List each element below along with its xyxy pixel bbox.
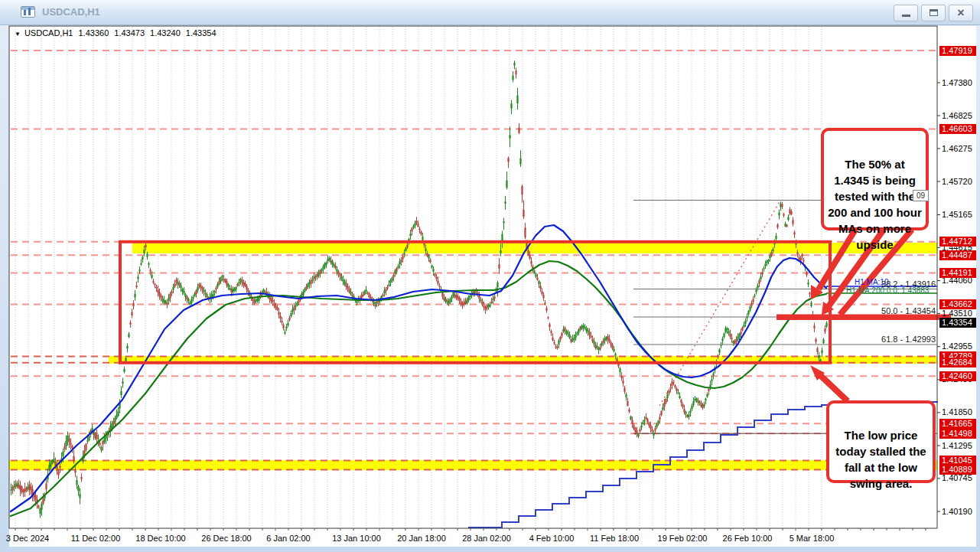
price-level-label: 1.44712 [939,237,976,247]
close-value: 1.43354 [186,28,217,38]
price-tick-label: 1.41850 [939,407,976,417]
price-level-label: 1.43662 [939,299,976,309]
price-tick-label: 1.43510 [939,309,976,318]
price-level-label: 1.46603 [939,124,976,134]
price-level-label: 1.42460 [939,371,976,381]
current-price-label: 1.43354 [939,318,976,328]
time-tick-label: 20 Jan 18:00 [387,534,456,543]
price-level-label: 1.40889 [939,465,976,475]
price-level-label: 1.44191 [939,268,976,278]
time-tick-label: 26 Feb 10:00 [713,534,782,543]
price-tick-label: 1.40190 [939,507,976,517]
time-tick-label: 19 Feb 02:00 [648,534,717,543]
fib-level-label: 61.8 - 1.42993 [851,335,936,344]
price-tick-label: 1.41295 [939,441,976,451]
time-tick-label: 18 Dec 10:00 [126,534,195,543]
fib-level-label: 38.2 - 1.43916 [851,279,936,289]
time-tick-label: 4 Feb 10:00 [517,534,586,543]
time-tick-label: 13 Jan 10:00 [322,534,391,543]
chart-window: USDCAD,H1 × ▼USDCAD,H11.433601.434731.43… [0,0,980,552]
expander-icon[interactable]: ▼ [15,31,21,38]
price-level-label: 1.42684 [939,358,976,367]
time-tick-label: 11 Feb 18:00 [580,534,649,543]
price-level-label: 1.41045 [939,456,976,465]
price-level-label: 1.47919 [939,46,976,56]
annotation-top[interactable]: The 50% at 1.4345 is being tested with t… [821,128,929,230]
annotation-bottom[interactable]: The low price today stalled the fall at … [826,400,936,483]
price-tick-label: 1.40745 [939,473,976,483]
price-tick-label: 1.45165 [939,210,976,220]
price-level-label: 1.41665 [939,419,976,429]
open-value: 1.43360 [79,28,109,38]
price-tick-label: 1.46825 [939,111,976,121]
fib-level-label: 50.0 - 1.43454 [851,306,936,315]
price-tick-label: 1.46275 [939,144,976,154]
time-tick-label: 3 Dec 2024 [0,534,62,543]
annotation-bottom-text: The low price today stalled the fall at … [835,429,926,490]
price-level-label: 1.44487 [939,250,976,260]
ohlc-header: ▼USDCAD,H11.433601.434731.432401.43354 [15,28,222,38]
price-tick-label: 1.45720 [939,177,976,187]
time-tick-label: 28 Jan 02:00 [452,534,521,543]
high-value: 1.43473 [114,28,145,38]
time-tick-label: 6 Jan 02:00 [254,534,323,543]
low-value: 1.43240 [150,28,181,38]
time-tick-label: 11 Dec 02:00 [61,534,130,543]
time-tick-label: 26 Dec 18:00 [192,534,261,543]
price-level-label: 1.41498 [939,429,976,439]
symbol-label: USDCAD,H1 [24,28,73,38]
price-tick-label: 1.47380 [939,78,976,88]
price-tick-label: 1.42955 [939,341,976,351]
time-tick-label: 5 Mar 18:00 [777,534,846,543]
partial-price-label: 09 [913,190,929,201]
